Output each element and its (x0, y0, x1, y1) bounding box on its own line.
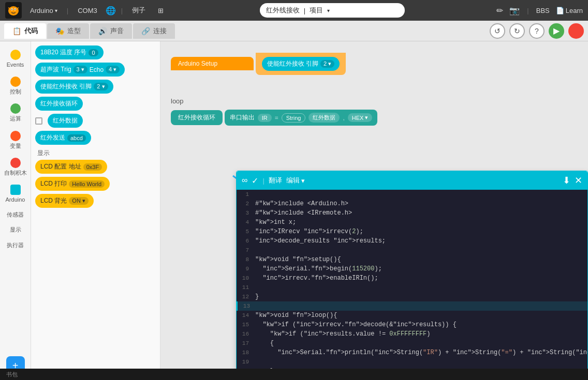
svg-point-0 (8, 6, 19, 16)
tab-model[interactable]: 🎭 造型 (47, 23, 89, 39)
trig-dropdown[interactable]: 3 ▾ (74, 66, 87, 73)
help-button[interactable]: ? (529, 23, 545, 39)
code-content[interactable]: 1 2#"kw">include <Arduino.h>3#"kw">inclu… (237, 190, 587, 375)
line-code: } (253, 292, 259, 301)
sound-tab-icon: 🔊 (98, 27, 107, 35)
sidebar-item-control[interactable]: 控制 (2, 73, 29, 98)
connect-tab-icon: 🔗 (141, 27, 150, 35)
camera-icon[interactable]: 📷 (509, 6, 520, 16)
block-ir-data[interactable]: 红外数据 (48, 114, 83, 128)
ir-data-checkbox[interactable] (35, 117, 42, 125)
sidebar-item-actuator[interactable]: 执行器 (2, 239, 29, 252)
app-logo[interactable] (5, 2, 22, 19)
sidebar-item-math[interactable]: 运算 (2, 100, 29, 125)
block-lcd-config[interactable]: LCD 配置 地址 0x3F (35, 160, 107, 174)
block-row-ir-data: 红外数据 (35, 114, 156, 128)
code-line: 4"kw">int x; (237, 218, 587, 227)
code-line: 3#"kw">include <IRremote.h> (237, 208, 587, 218)
line-number: 12 (237, 292, 253, 301)
math-label: 运算 (10, 115, 21, 122)
block-ir-enable[interactable]: 使能红外接收 引脚 2 ▾ (35, 80, 113, 94)
model-tab-label: 造型 (67, 26, 81, 36)
arduino-setup-body[interactable]: 使能红外接收 引脚 2 ▾ (256, 53, 346, 75)
sidebar-item-display[interactable]: 显示 (2, 223, 29, 236)
learn-icon: 📄 (556, 7, 564, 14)
app-name[interactable]: Arduino ▾ (26, 5, 62, 17)
ir-enable-block[interactable]: 使能红外接收 引脚 2 ▾ (262, 57, 340, 71)
sensor-label: 传感器 (7, 211, 24, 218)
search-box[interactable]: 红外线接收 | 项目 ▾ (260, 3, 405, 18)
examples-menu[interactable]: 例子 (128, 4, 150, 17)
block-ir-loop[interactable]: 红外接收循环 (35, 97, 83, 111)
block-ir-send[interactable]: 红外发送 abcd (35, 131, 91, 145)
line-number: 2 (237, 199, 253, 208)
line-number: 6 (237, 236, 253, 246)
block-row-lcd-backlight: LCD 背光 ON ▾ (35, 194, 156, 208)
grid-icon[interactable]: ⊞ (154, 5, 168, 17)
custom-label: 自制积木 (4, 170, 27, 176)
edit-menu[interactable]: 编辑 ▾ (286, 176, 305, 185)
ir-loop-block[interactable]: 红外接收循环 (171, 110, 223, 125)
block-row-ir-send: 红外发送 abcd (35, 131, 156, 145)
learn-link[interactable]: 📄 Learn (556, 7, 583, 14)
arduino-label: Arduino (6, 196, 25, 203)
echo-dropdown[interactable]: 4 ▾ (106, 66, 120, 73)
code-line: 17 { (237, 339, 587, 348)
undo-button[interactable]: ↺ (490, 23, 505, 39)
line-code (253, 246, 259, 255)
editor-header: ∞ ✓ | 翻译 编辑 ▾ ⬇ ✕ (237, 171, 587, 190)
code-line: 10 "inc">irrecv."fn">enableIRIn(); (237, 273, 587, 283)
sidebar-item-sensor[interactable]: 传感器 (2, 208, 29, 221)
block-lcd-print[interactable]: LCD 打印 Hello World (35, 177, 110, 191)
search-text: 红外线接收 (266, 6, 300, 15)
ir-enable-dropdown[interactable]: 2 ▾ (320, 60, 334, 68)
arduino-dot (10, 185, 21, 195)
line-number: 3 (237, 208, 253, 218)
editor-check-icon[interactable]: ✓ (252, 176, 258, 186)
editor-download-button[interactable]: ⬇ (563, 175, 570, 186)
lcd-print-badge: Hello World (69, 180, 105, 188)
line-number: 16 (237, 329, 253, 339)
sidebar-item-custom[interactable]: 自制积木 (2, 155, 29, 179)
loop-container: 红外接收循环 串口输出 IR = String 红外数据 , HEX ▾ (171, 108, 377, 126)
code-line: 12} (237, 292, 587, 301)
edit-icon[interactable]: ✏ (496, 6, 503, 16)
run-button[interactable]: ▶ (549, 23, 564, 39)
line-code: "kw">void "fn">loop(){ (253, 311, 337, 320)
line-code: "inc">irrecv."fn">enableIRIn(); (253, 273, 378, 283)
workspace[interactable]: Arduino Setup 使能红外接收 引脚 2 ▾ loop 红外接收循环 … (160, 41, 588, 380)
events-dot (10, 50, 21, 60)
arduino-setup-header[interactable]: Arduino Setup (171, 57, 254, 70)
line-number: 4 (237, 218, 253, 227)
topbar-right: ✏ 📷 | BBS 📄 Learn (496, 6, 583, 16)
statusbar: 书包 (0, 369, 588, 380)
stop-button[interactable] (568, 23, 584, 39)
redo-button[interactable]: ↻ (509, 23, 525, 39)
sidebar-item-variables[interactable]: 变量 (2, 128, 29, 153)
sidebar-item-events[interactable]: Events (2, 47, 29, 71)
line-number: 15 (237, 320, 253, 329)
line-number: 9 (237, 264, 253, 273)
tab-code[interactable]: 📋 代码 (4, 23, 46, 39)
block-temp-sensor[interactable]: 18B20 温度 序号 0 (35, 45, 104, 59)
globe-icon[interactable]: 🌐 (106, 6, 116, 16)
bbs-link[interactable]: BBS (536, 7, 550, 14)
ir-pin-dropdown[interactable]: 2 ▾ (94, 83, 108, 90)
line-code: "kw">int x; (253, 218, 296, 227)
tab-sound[interactable]: 🔊 声音 (90, 23, 132, 39)
com-port[interactable]: COM3 (74, 5, 101, 17)
topbar: Arduino ▾ | COM3 🌐 | 例子 ⊞ 红外线接收 | 项目 ▾ ✏… (0, 0, 588, 21)
tab-connect[interactable]: 🔗 连接 (133, 23, 175, 39)
sidebar-item-arduino[interactable]: Arduino (2, 181, 29, 206)
hex-dropdown[interactable]: HEX ▾ (348, 113, 373, 122)
display-label: 显示 (10, 226, 21, 233)
backlight-dropdown[interactable]: ON ▾ (69, 197, 89, 205)
block-ultrasonic[interactable]: 超声波 Trig 3 ▾ Echo 4 ▾ (35, 63, 125, 77)
line-number: 17 (237, 339, 253, 348)
block-lcd-backlight[interactable]: LCD 背光 ON ▾ (35, 194, 94, 208)
serial-output-block[interactable]: 串口输出 IR = String 红外数据 , HEX ▾ (225, 110, 378, 126)
line-number: 1 (237, 190, 253, 199)
line-number: 13 (238, 301, 254, 311)
translate-button[interactable]: 翻译 (269, 176, 282, 185)
editor-close-button[interactable]: ✕ (575, 175, 582, 186)
